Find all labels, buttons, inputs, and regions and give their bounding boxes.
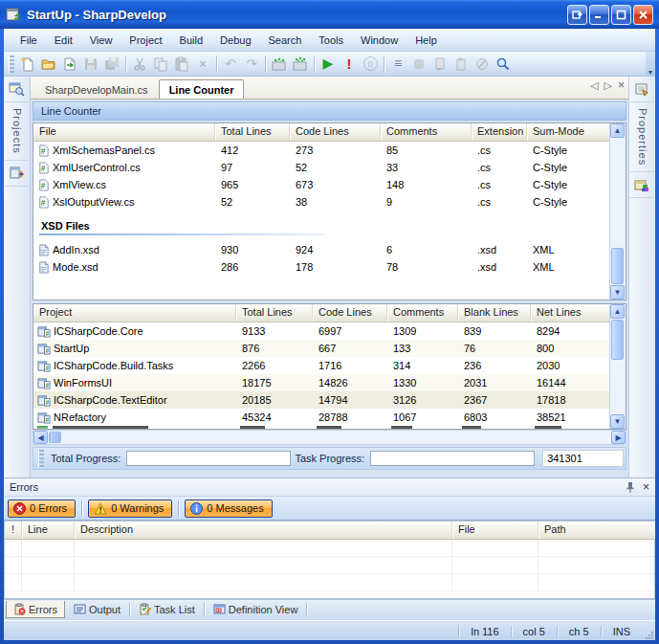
redo-icon[interactable]: ↷ bbox=[241, 55, 262, 74]
col-project[interactable]: Project bbox=[33, 304, 236, 322]
tab-definition-view[interactable]: Definition View bbox=[207, 601, 305, 617]
col-total-lines[interactable]: Total Lines bbox=[236, 304, 313, 322]
col-comments[interactable]: Comments bbox=[387, 304, 458, 322]
col-blank-lines[interactable]: Blank Lines bbox=[458, 304, 531, 322]
scroll-down-icon[interactable]: ▼ bbox=[610, 285, 625, 300]
scroll-down-icon[interactable]: ▼ bbox=[610, 414, 625, 429]
paste-icon[interactable] bbox=[171, 55, 192, 74]
open-file-icon[interactable] bbox=[59, 55, 80, 74]
col-sum-mode[interactable]: Sum-Mode bbox=[527, 123, 610, 141]
toolbar-overflow-button[interactable]: ▾ bbox=[646, 52, 655, 77]
table-row[interactable]: #XmlSchemasPanel.cs 412 273 85 .cs C-Sty… bbox=[33, 142, 610, 159]
errors-filter-button[interactable]: 0 Errors bbox=[8, 500, 76, 518]
menu-window[interactable]: Window bbox=[352, 32, 406, 49]
col-file[interactable]: File bbox=[33, 123, 215, 141]
col-file[interactable]: File bbox=[452, 522, 538, 539]
tab-task-list[interactable]: Task List bbox=[132, 601, 202, 617]
undock-button[interactable] bbox=[567, 5, 587, 25]
menu-debug[interactable]: Debug bbox=[211, 32, 259, 49]
tab-output[interactable]: Output bbox=[67, 601, 127, 617]
classes-icon[interactable] bbox=[5, 160, 29, 187]
tab-errors[interactable]: Errors bbox=[6, 601, 65, 618]
toolbar-grip[interactable] bbox=[9, 56, 14, 73]
minimize-button[interactable] bbox=[589, 5, 609, 25]
undo-icon[interactable]: ↶ bbox=[220, 55, 241, 74]
projects-icon[interactable] bbox=[5, 77, 29, 102]
col-net-lines[interactable]: Net Lines bbox=[531, 304, 610, 322]
scrollbar-thumb[interactable] bbox=[611, 320, 624, 360]
save-icon[interactable] bbox=[80, 55, 101, 74]
col-code-lines[interactable]: Code Lines bbox=[290, 123, 381, 141]
close-button[interactable] bbox=[633, 5, 653, 25]
new-file-icon[interactable] bbox=[17, 55, 38, 74]
next-bookmark-icon[interactable] bbox=[450, 55, 472, 74]
pin-icon[interactable] bbox=[626, 481, 635, 493]
panel-close-icon[interactable]: × bbox=[643, 482, 649, 492]
bookmark-icon[interactable] bbox=[408, 55, 429, 74]
scroll-right-icon[interactable]: ▶ bbox=[611, 431, 626, 444]
clipped-table-row[interactable] bbox=[33, 426, 610, 429]
copy-icon[interactable] bbox=[150, 55, 171, 74]
tab-line-counter[interactable]: Line Counter bbox=[159, 79, 245, 99]
table-row[interactable]: AddIn.xsd 930 924 6 .xsd XML bbox=[33, 241, 610, 258]
projects-strip-label[interactable]: Projects bbox=[11, 102, 23, 160]
properties-icon[interactable] bbox=[630, 77, 654, 102]
profile-icon[interactable]: 0 bbox=[360, 55, 381, 74]
clear-bookmarks-icon[interactable] bbox=[472, 55, 493, 74]
abort-icon[interactable]: ! bbox=[339, 55, 360, 74]
table-row[interactable]: #XmlUserControl.cs 97 52 33 .cs C-Style bbox=[33, 159, 610, 176]
table-row[interactable]: #ICSharpCode.Build.Tasks 2266 1716 314 2… bbox=[33, 357, 610, 374]
toolbox-icon[interactable] bbox=[630, 171, 654, 198]
maximize-button[interactable] bbox=[611, 5, 631, 25]
menu-edit[interactable]: Edit bbox=[46, 32, 81, 49]
scrollbar-thumb[interactable] bbox=[49, 432, 61, 443]
search-icon[interactable] bbox=[493, 55, 514, 74]
files-table-vscrollbar[interactable]: ▲ ▼ bbox=[609, 123, 626, 300]
table-row[interactable]: #XmlView.cs 965 673 148 .cs C-Style bbox=[33, 176, 610, 193]
scrollbar-thumb[interactable] bbox=[611, 248, 624, 284]
cut-icon[interactable] bbox=[129, 55, 150, 74]
menu-file[interactable]: File bbox=[11, 32, 46, 49]
build-icon[interactable] bbox=[269, 55, 290, 74]
scroll-left-icon[interactable]: ◀ bbox=[33, 431, 48, 444]
projects-table-vscrollbar[interactable]: ▲ ▼ bbox=[609, 304, 626, 429]
rebuild-icon[interactable] bbox=[290, 55, 311, 74]
col-code-lines[interactable]: Code Lines bbox=[313, 304, 387, 322]
title-bar[interactable]: # StartUp - SharpDevelop bbox=[0, 0, 659, 29]
scroll-up-icon[interactable]: ▲ bbox=[610, 123, 625, 138]
table-row[interactable]: #WinFormsUI 18175 14826 1330 2031 16144 bbox=[33, 374, 610, 391]
col-description[interactable]: Description bbox=[75, 522, 452, 539]
scroll-up-icon[interactable]: ▲ bbox=[610, 304, 625, 319]
table-row[interactable]: #XslOutputView.cs 52 38 9 .cs C-Style bbox=[33, 193, 610, 211]
tab-sharpdevelopmain[interactable]: SharpDevelopMain.cs bbox=[34, 79, 159, 99]
properties-strip-label[interactable]: Properties bbox=[637, 102, 648, 171]
run-icon[interactable]: ▶ bbox=[318, 55, 339, 74]
table-row-selected[interactable]: #ICSharpCode.TextEditor 20185 14794 3126… bbox=[33, 391, 610, 409]
tab-scroll-left-icon[interactable]: ◁ bbox=[590, 80, 598, 91]
menu-search[interactable]: Search bbox=[260, 32, 311, 49]
delete-icon[interactable]: × bbox=[192, 55, 213, 74]
table-row[interactable]: #StartUp 876 667 133 76 800 bbox=[33, 340, 610, 357]
col-line[interactable]: Line bbox=[22, 522, 75, 539]
warnings-filter-button[interactable]: 0 Warnings bbox=[88, 500, 172, 518]
menu-view[interactable]: View bbox=[81, 32, 121, 49]
open-folder-icon[interactable] bbox=[38, 55, 59, 74]
tab-close-icon[interactable]: × bbox=[618, 80, 625, 91]
col-path[interactable]: Path bbox=[538, 522, 654, 539]
table-row[interactable]: Mode.xsd 286 178 78 .xsd XML bbox=[33, 258, 610, 276]
tab-scroll-right-icon[interactable]: ▷ bbox=[604, 80, 612, 91]
prev-bookmark-icon[interactable] bbox=[429, 55, 450, 74]
menu-tools[interactable]: Tools bbox=[310, 32, 352, 49]
bookmark-list-icon[interactable]: ≡ bbox=[387, 55, 408, 74]
col-severity[interactable]: ! bbox=[5, 522, 22, 539]
table-row[interactable]: #NRefactory 45324 28788 1067 6803 38521 bbox=[33, 409, 610, 426]
resize-grip[interactable] bbox=[642, 621, 655, 640]
progress-toolbar-grip[interactable] bbox=[38, 450, 44, 467]
menu-project[interactable]: Project bbox=[121, 32, 170, 49]
save-all-icon[interactable] bbox=[101, 55, 122, 74]
col-comments[interactable]: Comments bbox=[381, 123, 472, 141]
col-extension[interactable]: Extension bbox=[472, 123, 527, 141]
table-row[interactable]: #ICSharpCode.Core 9133 6997 1309 839 829… bbox=[33, 322, 610, 340]
col-total-lines[interactable]: Total Lines bbox=[215, 123, 290, 141]
menu-help[interactable]: Help bbox=[406, 32, 446, 49]
